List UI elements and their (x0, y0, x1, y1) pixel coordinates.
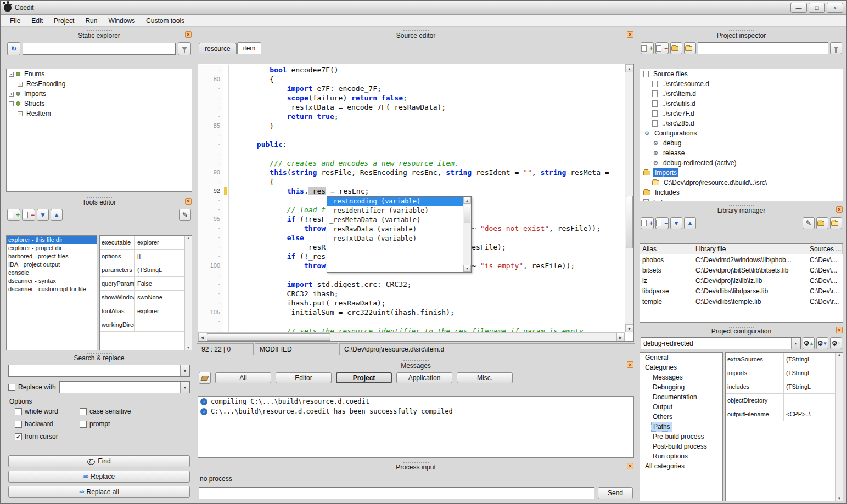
scrollbar-thumb[interactable] (626, 196, 633, 248)
tool-prop-row[interactable]: toolAliasexplorer (100, 304, 184, 318)
replace-button[interactable]: abReplace (8, 471, 190, 483)
tree-item-resitem[interactable]: +ResItem (7, 109, 192, 118)
tool-item-explorer-this-file-dir[interactable]: explorer - this file dir (7, 236, 97, 244)
move-tool-up-button[interactable]: ▲ (51, 209, 63, 221)
code-line[interactable]: 85 } (198, 121, 625, 131)
inspector-item-includes[interactable]: Includes (640, 188, 843, 197)
dropdown-icon[interactable]: ▼ (180, 365, 189, 376)
panel-grip[interactable] (403, 360, 429, 361)
category-categories[interactable]: Categories (640, 363, 722, 372)
tab-resource[interactable]: resource (199, 43, 237, 54)
add-library-button[interactable]: + (641, 217, 654, 229)
open-folder-button[interactable] (684, 42, 696, 54)
config-prop-row[interactable]: extraSources(TStringL (726, 353, 835, 366)
menu-run[interactable]: Run (80, 16, 102, 26)
code-line[interactable]: · bool encodee7F() (198, 65, 625, 75)
category-documentation[interactable]: Documentation (640, 392, 722, 402)
library-row-bitsets[interactable]: bitsetsC:\Dev\dproj\bitSet\lib\bitsets.l… (640, 265, 843, 275)
tool-prop-row[interactable]: executableexplorer (100, 236, 184, 250)
code-line[interactable]: · public: (198, 140, 625, 149)
category-paths[interactable]: Paths (640, 422, 722, 432)
inspector-item-c-dev-dproj-resource-d-build-src[interactable]: C:\Dev\dproj\resource.d\build\..\src\ (640, 178, 843, 188)
panel-grip[interactable] (729, 30, 754, 31)
checkbox-from-cursor[interactable]: ✓from cursor (15, 433, 80, 440)
tool-prop-row[interactable]: options[] (100, 250, 184, 263)
code-line[interactable]: · (198, 149, 625, 158)
code-line[interactable]: · import std.digest.crc: CRC32; (198, 280, 625, 289)
filter-button[interactable] (178, 42, 191, 55)
inspector-item-src-z85-d[interactable]: ..\src\z85.d (640, 118, 843, 128)
close-button[interactable]: × (827, 3, 843, 13)
inspector-item-src-item-d[interactable]: ..\src\item.d (640, 89, 843, 99)
scroll-down-icon[interactable]: ▼ (838, 497, 841, 500)
library-from-folder-button[interactable] (816, 217, 828, 229)
find-button[interactable]: Find (8, 455, 190, 467)
scroll-down-icon[interactable]: ▼ (187, 346, 190, 349)
move-library-up-button[interactable]: ▲ (684, 217, 696, 229)
add-tool-button[interactable]: + (7, 209, 20, 221)
inspector-item-extra-sources[interactable]: Extra sources (640, 197, 843, 201)
scroll-up-icon[interactable]: ▲ (625, 64, 633, 72)
inspector-item-source-files[interactable]: Source files (640, 69, 843, 79)
tool-item-explorer-project-dir[interactable]: explorer - project dir (7, 244, 97, 252)
configuration-combo[interactable]: debug-redirected ▼ (641, 337, 801, 349)
remove-tool-button[interactable]: − (22, 209, 35, 221)
inspector-item-release[interactable]: ⚙release (640, 148, 843, 158)
tool-prop-row[interactable]: queryParametFalse (100, 277, 184, 291)
menu-project[interactable]: Project (49, 16, 79, 26)
process-input-field[interactable] (199, 487, 594, 499)
config-prop-row[interactable]: objectDirectory (726, 394, 835, 407)
code-line[interactable]: · // sets the resource identifier to the… (198, 326, 625, 332)
tool-item-console[interactable]: console (7, 269, 97, 277)
menu-custom-tools[interactable]: Custom tools (141, 16, 189, 26)
checkbox-backward[interactable]: backward (15, 420, 80, 428)
tree-item-structs[interactable]: -Structs (7, 99, 192, 109)
menu-file[interactable]: File (5, 16, 25, 26)
config-prop-row[interactable]: includes(TStringL (726, 380, 835, 394)
category-run-options[interactable]: Run options (640, 451, 722, 461)
inspector-item-debug-redirected-active[interactable]: ⚙debug-redirected (active) (640, 158, 843, 168)
replace-all-button[interactable]: abReplace all (8, 486, 190, 498)
config-options-button[interactable]: ⚙+ (830, 337, 842, 349)
editor-vertical-scrollbar[interactable]: ▲ ▼ (625, 64, 633, 332)
maximize-button[interactable]: □ (809, 3, 825, 13)
prop-value[interactable]: False (135, 280, 184, 287)
category-all-categories[interactable]: All categories (640, 461, 722, 471)
panel-grip[interactable] (729, 205, 754, 206)
expand-icon[interactable]: + (18, 82, 23, 87)
send-button[interactable]: Send (598, 487, 633, 499)
config-prop-row[interactable]: imports(TStringL (726, 366, 835, 380)
close-panel-icon[interactable]: × (627, 361, 633, 368)
completion-item-restxtdata[interactable]: _resTxtData (variable) (327, 234, 463, 243)
filter-button-all[interactable]: All (215, 372, 271, 383)
add-folder-button[interactable] (670, 42, 682, 54)
expand-icon[interactable]: + (18, 111, 23, 116)
clear-messages-button[interactable] (199, 372, 211, 384)
category-messages[interactable]: Messages (640, 372, 722, 382)
code-line[interactable]: · scope(failure) return false; (198, 93, 625, 103)
checkbox-whole-word[interactable]: whole word (15, 407, 80, 415)
completion-item-residentifier[interactable]: _resIdentifier (variable) (327, 206, 463, 216)
library-from-project-button[interactable] (830, 217, 842, 229)
panel-grip[interactable] (87, 353, 112, 354)
scroll-left-icon[interactable]: ◀ (198, 333, 206, 341)
prop-value[interactable]: explorer (135, 239, 184, 246)
close-panel-icon[interactable]: × (185, 31, 192, 38)
prop-value[interactable]: (TStringL (784, 383, 835, 390)
menu-windows[interactable]: Windows (103, 16, 140, 26)
add-source-button[interactable]: + (641, 42, 654, 54)
category-general[interactable]: General (640, 353, 722, 363)
replace-combo[interactable]: ▼ (59, 381, 190, 393)
symbol-search-input[interactable] (23, 43, 176, 55)
sync-config-button[interactable]: ⚙▲ (803, 337, 815, 349)
grid-scrollbar[interactable]: ▲ ▼ (184, 236, 192, 350)
filter-button-editor[interactable]: Editor (276, 372, 332, 383)
column-header-library-file[interactable]: Library file (693, 244, 807, 254)
tool-prop-row[interactable]: parameters(TStringL (100, 263, 184, 277)
library-row-libdparse[interactable]: libdparseC:\Dev\dlibs\libdparse.libC:\De… (640, 286, 843, 296)
scroll-down-icon[interactable]: ▼ (625, 324, 633, 332)
inspector-item-configurations[interactable]: ⚙Configurations (640, 128, 843, 138)
inspector-item-src-utils-d[interactable]: ..\src\utils.d (640, 99, 843, 109)
scrollbar-thumb[interactable] (207, 333, 330, 341)
prop-value[interactable]: explorer (135, 308, 184, 314)
